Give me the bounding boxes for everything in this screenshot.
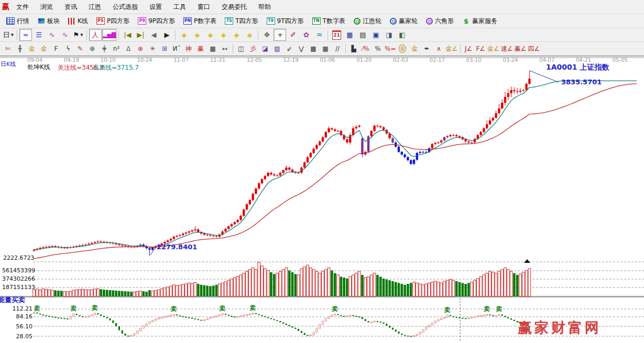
date-tick: 10-10 <box>101 57 116 63</box>
date-tick: 11-07 <box>173 57 189 63</box>
sell-flag: 卖 <box>444 306 451 314</box>
volume-scale-3: 187151133 <box>2 284 32 291</box>
date-tick: 11-21 <box>210 57 225 63</box>
date-tick: 02-17 <box>430 57 445 63</box>
kline-chart[interactable]: 卖卖卖卖卖卖卖卖卖卖 <box>0 0 644 343</box>
sell-flag: 卖 <box>219 305 226 312</box>
date-tick: 03-24 <box>503 57 518 63</box>
sell-flag: 卖 <box>70 305 77 312</box>
indicator-pane-title: 能量买卖 <box>0 295 25 305</box>
sell-flag: 卖 <box>249 304 256 312</box>
date-tick: 09-04 <box>27 57 42 63</box>
sell-flag: 卖 <box>34 305 40 312</box>
volume-scale-1: 561453399 <box>2 267 32 274</box>
date-tick: 12-19 <box>283 57 299 63</box>
sell-flag: 卖 <box>91 304 98 312</box>
date-tick: 02-03 <box>393 57 408 63</box>
symbol-label: 1A0001 上证指数 <box>546 63 609 72</box>
pane-title-daily-kline: 日K线 <box>1 60 16 68</box>
series-label-qiankun: 乾坤K线 <box>27 63 50 72</box>
date-tick: 09-19 <box>64 57 79 63</box>
date-tick: 12-05 <box>247 57 262 63</box>
price-scale-baseline: 2222.6723 <box>3 255 35 261</box>
date-tick: 01-20 <box>356 57 372 63</box>
date-tick: 05-05 <box>613 57 628 63</box>
date-tick: 04-21 <box>576 57 591 63</box>
sell-flag: 卖 <box>331 305 338 313</box>
indicator-scale-4: 28.05 <box>2 333 32 340</box>
date-tick: 10-24 <box>137 57 152 63</box>
chart-canvas[interactable]: 卖卖卖卖卖卖卖卖卖卖 09-0409-1910-1010-2411-0711-2… <box>0 0 644 343</box>
low-price-callout: 2279.8401 <box>157 243 197 251</box>
indicator-scale-1: 112.21 <box>2 305 32 312</box>
date-tick: 04-07 <box>539 57 554 63</box>
watermark: 赢家财富网 <box>518 318 602 337</box>
date-tick: 01-06 <box>320 57 335 63</box>
last-price-callout: 3835.5701 <box>561 78 602 86</box>
volume-scale-2: 374302266 <box>2 275 32 282</box>
sell-flag: 卖 <box>170 305 177 313</box>
winner-gann-app-window: 赢 文件浏览资讯江恩公式选股设置工具窗口交易委托帮助 行情板块K线PSP四方形P… <box>0 0 644 343</box>
exit-line-label: 出局线=3715.7 <box>93 63 139 72</box>
indicator-scale-3: 56.10 <box>2 323 32 330</box>
sell-flag: 卖 <box>483 305 490 313</box>
indicator-scale-2: 84.16 <box>2 313 32 320</box>
sell-flag: 卖 <box>495 305 502 313</box>
date-tick: 03-10 <box>466 57 482 63</box>
